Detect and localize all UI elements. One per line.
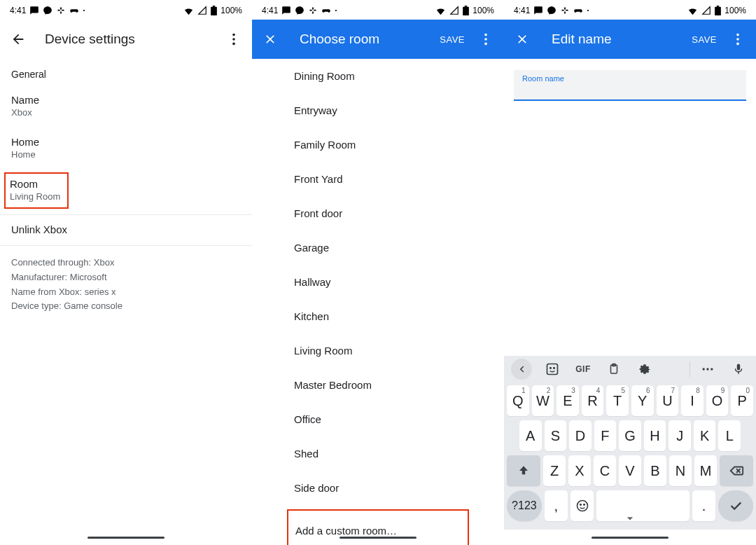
kb-key[interactable]: S [545,420,567,451]
overflow-menu-button[interactable] [220,25,248,53]
kb-key[interactable]: J [668,420,691,451]
meta-type: Device type: Game console [11,299,241,314]
svg-point-28 [550,368,552,369]
kb-sticker-button[interactable] [542,359,563,380]
room-option[interactable]: Shed [252,436,504,471]
messenger-icon [547,6,556,15]
close-button[interactable] [256,25,284,53]
room-option[interactable]: Dining Room [252,59,504,93]
signal-icon [197,6,207,15]
clipboard-icon [608,363,620,375]
kb-key[interactable]: U7 [657,385,679,416]
room-option[interactable]: Side door [252,471,504,505]
kb-key[interactable]: F [594,420,617,451]
kb-key[interactable]: B [644,455,666,486]
shift-icon [517,464,530,477]
kb-key[interactable]: D [569,420,592,451]
svg-point-34 [710,368,713,370]
room-option[interactable]: Kitchen [252,299,504,333]
kb-back-button[interactable] [511,359,532,380]
room-option[interactable]: Master Bedroom [252,368,504,402]
kb-key[interactable]: Z [543,455,566,486]
svg-rect-11 [312,7,314,10]
svg-rect-12 [312,11,314,14]
close-icon [515,32,529,46]
meta-name: Name from Xbox: series x [11,285,241,300]
setting-home[interactable]: Home Home [0,127,252,170]
controller-icon [69,6,79,15]
kb-key[interactable]: G [619,420,641,451]
room-option[interactable]: Front Yard [252,162,504,196]
kb-key[interactable]: A [519,420,542,451]
kb-backspace-key[interactable] [720,455,753,486]
slack-icon [56,6,66,15]
kb-collapse-button[interactable] [623,511,637,528]
chat-bubble-icon [281,6,291,15]
setting-room-highlight[interactable]: Room Living Room [4,172,69,209]
slack-icon [560,6,570,15]
kb-key[interactable]: C [594,455,616,486]
messenger-icon [43,6,52,15]
kb-key[interactable]: H [644,420,666,451]
gesture-nav[interactable] [0,530,252,545]
screen-device-settings: 4:41 · 100% Device settings General Name… [0,0,252,545]
kb-key[interactable]: T5 [606,385,629,416]
gesture-nav[interactable] [252,530,504,545]
wifi-icon [687,6,698,16]
room-option[interactable]: Office [252,402,504,436]
gear-icon [638,362,652,376]
kb-gif-button[interactable]: GIF [573,359,594,380]
kb-key[interactable]: Y6 [631,385,654,416]
kb-key[interactable]: X [568,455,591,486]
kb-key[interactable]: Q1 [507,385,529,416]
kb-key[interactable]: K [694,420,716,451]
save-button[interactable]: SAVE [433,29,472,50]
kb-shift-key[interactable] [507,455,540,486]
kb-period-key[interactable]: . [692,490,715,521]
mic-icon [732,363,745,375]
close-icon [263,32,277,46]
overflow-menu-button[interactable] [472,25,500,53]
more-vert-icon [478,32,493,47]
kb-more-button[interactable] [697,359,718,380]
kb-key[interactable]: E3 [556,385,579,416]
svg-point-24 [736,34,739,36]
section-general: General [0,59,252,85]
kb-space-key[interactable] [596,490,690,521]
kb-enter-key[interactable] [718,490,753,521]
kb-key[interactable]: R4 [582,385,604,416]
room-option[interactable]: Garage [252,230,504,265]
kb-emoji-key[interactable] [570,490,594,521]
kb-clipboard-button[interactable] [603,359,624,380]
gesture-nav[interactable] [504,530,756,545]
kb-key[interactable]: N [669,455,692,486]
room-option[interactable]: Entryway [252,93,504,127]
room-list: Dining RoomEntrywayFamily RoomFront Yard… [252,59,504,505]
kb-comma-key[interactable]: , [545,490,568,521]
setting-name[interactable]: Name Xbox [0,85,252,127]
svg-point-7 [232,38,235,41]
screen-choose-room: 4:41 · 100% Choose room SAVE Dining Room… [252,0,504,545]
kb-key[interactable]: I8 [681,385,704,416]
close-button[interactable] [508,25,536,53]
kb-key[interactable]: P0 [731,385,753,416]
kb-settings-button[interactable] [634,359,655,380]
kb-symbols-key[interactable]: ?123 [507,490,542,521]
room-option[interactable]: Family Room [252,127,504,162]
setting-unlink[interactable]: Unlink Xbox [0,215,252,245]
sticker-icon [545,362,559,376]
overflow-menu-button[interactable] [724,25,752,53]
room-name-field[interactable]: Room name [514,70,746,101]
kb-mic-button[interactable] [728,359,749,380]
room-option[interactable]: Living Room [252,333,504,368]
status-bar: 4:41 · 100% [0,0,252,20]
kb-key[interactable]: L [718,420,741,451]
kb-key[interactable]: M [694,455,717,486]
save-button[interactable]: SAVE [685,29,724,50]
kb-key[interactable]: W2 [532,385,554,416]
back-button[interactable] [4,25,32,53]
room-option[interactable]: Hallway [252,265,504,299]
room-option[interactable]: Front door [252,196,504,230]
kb-key[interactable]: O9 [706,385,729,416]
kb-key[interactable]: V [619,455,641,486]
